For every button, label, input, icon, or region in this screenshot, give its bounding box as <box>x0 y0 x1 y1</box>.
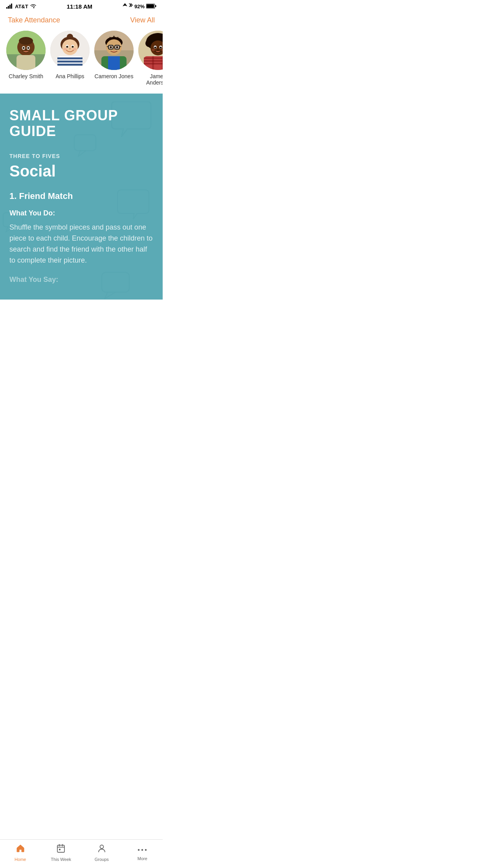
guide-age-group: THREE TO FIVES <box>9 153 153 159</box>
svg-rect-39 <box>108 56 120 70</box>
status-bar: AT&T 11:18 AM 92% <box>0 0 163 11</box>
header: Take Attendance View All <box>0 11 163 31</box>
svg-rect-24 <box>57 64 83 66</box>
svg-point-52 <box>113 49 115 50</box>
svg-point-66 <box>154 33 162 41</box>
location-icon <box>123 3 127 10</box>
svg-rect-2 <box>9 5 11 9</box>
svg-point-51 <box>116 46 118 48</box>
bluetooth-icon <box>129 3 133 10</box>
svg-point-26 <box>67 34 73 40</box>
carrier-label: AT&T <box>15 4 28 9</box>
svg-marker-4 <box>123 3 127 6</box>
kid-name-2: Ana Phillips <box>55 73 84 79</box>
wifi-icon <box>30 4 37 10</box>
guide-section: SMALL GROUP GUIDE THREE TO FIVES Social … <box>0 94 163 300</box>
svg-rect-3 <box>11 4 12 9</box>
svg-point-72 <box>157 49 159 51</box>
kid-avatar-3 <box>94 31 134 70</box>
kid-avatar-2 <box>50 31 90 70</box>
svg-rect-22 <box>57 57 83 59</box>
kid-item-2[interactable]: Ana Phillips <box>50 31 90 86</box>
svg-point-70 <box>154 47 156 49</box>
svg-rect-6 <box>147 4 154 8</box>
svg-rect-0 <box>6 7 7 9</box>
guide-title: SMALL GROUP GUIDE <box>9 108 153 139</box>
svg-point-50 <box>110 46 112 48</box>
svg-point-31 <box>72 46 74 48</box>
take-attendance-button[interactable]: Take Attendance <box>8 16 60 24</box>
kids-row: Charley Smith <box>0 31 163 94</box>
svg-point-18 <box>25 49 27 51</box>
guide-what-you-do-text: Shuffle the symbol pieces and pass out o… <box>9 222 153 266</box>
svg-point-16 <box>23 47 25 49</box>
kid-item-4[interactable]: James Anderson <box>138 31 163 86</box>
svg-rect-1 <box>8 6 9 9</box>
svg-point-73 <box>152 49 155 51</box>
svg-point-30 <box>66 46 68 48</box>
svg-rect-13 <box>17 55 35 70</box>
battery-percent: 92% <box>134 4 145 9</box>
status-battery-area: 92% <box>123 3 156 10</box>
svg-rect-60 <box>162 56 163 70</box>
svg-rect-23 <box>57 61 83 63</box>
guide-what-you-do-label: What You Do: <box>9 209 153 217</box>
signal-icon <box>6 4 13 10</box>
svg-point-27 <box>62 39 78 55</box>
guide-activity: 1. Friend Match <box>9 191 153 201</box>
svg-rect-59 <box>152 56 154 70</box>
svg-point-71 <box>160 47 162 49</box>
kid-name-3: Cameron Jones <box>95 73 134 79</box>
svg-point-33 <box>63 48 67 50</box>
svg-point-12 <box>19 37 33 45</box>
kid-avatar-4 <box>138 31 163 70</box>
battery-icon <box>146 4 156 10</box>
svg-point-32 <box>69 48 71 50</box>
svg-point-34 <box>73 48 77 50</box>
guide-topic: Social <box>9 162 153 180</box>
guide-what-you-say-label: What You Say: <box>9 276 153 284</box>
kid-name-4: James Anderson <box>138 73 163 86</box>
svg-rect-7 <box>155 5 156 7</box>
svg-marker-78 <box>105 292 116 299</box>
kid-avatar-1 <box>6 31 46 70</box>
status-time: 11:18 AM <box>67 3 92 10</box>
view-all-button[interactable]: View All <box>130 16 155 24</box>
kid-item-3[interactable]: Cameron Jones <box>94 31 134 86</box>
kid-name-1: Charley Smith <box>9 73 43 79</box>
svg-point-17 <box>28 47 29 49</box>
status-carrier: AT&T <box>6 4 37 10</box>
kid-item-1[interactable]: Charley Smith <box>6 31 46 86</box>
